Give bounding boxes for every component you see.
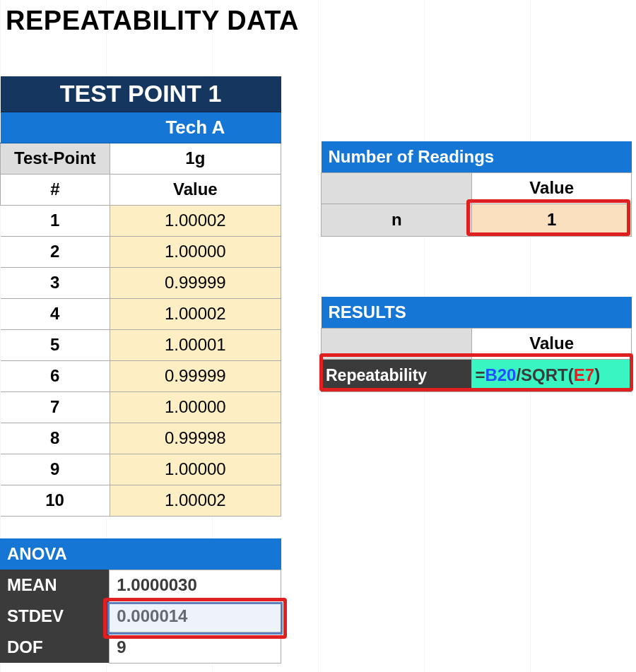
mean-value[interactable]: 1.0000030 xyxy=(110,570,281,601)
readings-table: Number of Readings Value n 1 xyxy=(321,141,632,237)
row-idx[interactable]: 4 xyxy=(1,298,110,329)
formula-close: ) xyxy=(594,365,600,384)
row-idx[interactable]: 1 xyxy=(1,205,110,236)
row-val[interactable]: 1.00000 xyxy=(110,391,281,423)
results-blank xyxy=(322,328,472,359)
dof-label: DOF xyxy=(0,632,110,663)
mean-label: MEAN xyxy=(0,570,110,601)
tp-value: 1g xyxy=(110,143,281,174)
formula-ref2: E7 xyxy=(574,365,594,384)
dof-value[interactable]: 9 xyxy=(110,632,281,663)
page-title: REPEATABILITY DATA xyxy=(6,6,299,36)
row-val[interactable]: 1.00002 xyxy=(110,485,281,516)
row-idx[interactable]: 6 xyxy=(1,360,110,391)
row-idx[interactable]: 10 xyxy=(1,485,110,516)
row-val[interactable]: 1.00000 xyxy=(110,236,281,267)
row-val[interactable]: 1.00002 xyxy=(110,298,281,329)
results-table: RESULTS Value Repeatability =B20/SQRT(E7… xyxy=(321,297,632,392)
repeatability-label: Repeatability xyxy=(322,359,472,391)
tech-blank xyxy=(1,112,110,143)
repeatability-formula[interactable]: =B20/SQRT(E7) xyxy=(472,359,632,391)
readings-header: Number of Readings xyxy=(322,141,632,172)
results-val-header: Value xyxy=(472,328,632,359)
tech-label: Tech A xyxy=(110,112,281,143)
test-point-header: TEST POINT 1 xyxy=(1,76,281,112)
row-val[interactable]: 1.00002 xyxy=(110,205,281,236)
val-header: Value xyxy=(110,174,281,205)
row-val[interactable]: 1.00001 xyxy=(110,329,281,360)
row-val[interactable]: 1.00000 xyxy=(110,454,281,485)
row-idx[interactable]: 2 xyxy=(1,236,110,267)
results-header: RESULTS xyxy=(322,297,632,328)
readings-blank xyxy=(322,172,472,204)
stdev-value[interactable]: 0.000014 xyxy=(110,601,281,632)
row-idx[interactable]: 3 xyxy=(1,267,110,298)
row-idx[interactable]: 8 xyxy=(1,423,110,454)
formula-fn: /SQRT( xyxy=(516,365,573,384)
spreadsheet: REPEATABILITY DATA TEST POINT 1 Tech A T… xyxy=(0,0,636,672)
n-value[interactable]: 1 xyxy=(472,204,632,236)
formula-ref1: B20 xyxy=(485,365,516,384)
num-header: # xyxy=(1,174,110,205)
test-point-table: TEST POINT 1 Tech A Test-Point 1g # Valu… xyxy=(0,76,281,517)
n-label: n xyxy=(322,204,472,236)
anova-header: ANOVA xyxy=(0,538,281,570)
row-val[interactable]: 0.99999 xyxy=(110,360,281,391)
readings-val-header: Value xyxy=(472,172,632,204)
stdev-label: STDEV xyxy=(0,601,110,632)
row-idx[interactable]: 9 xyxy=(1,454,110,485)
row-idx[interactable]: 5 xyxy=(1,329,110,360)
row-val[interactable]: 0.99999 xyxy=(110,267,281,298)
anova-table: ANOVA MEAN 1.0000030 STDEV 0.000014 DOF … xyxy=(0,538,281,664)
row-val[interactable]: 0.99998 xyxy=(110,423,281,454)
formula-eq: = xyxy=(475,365,485,384)
row-idx[interactable]: 7 xyxy=(1,391,110,423)
tp-label: Test-Point xyxy=(1,143,110,174)
